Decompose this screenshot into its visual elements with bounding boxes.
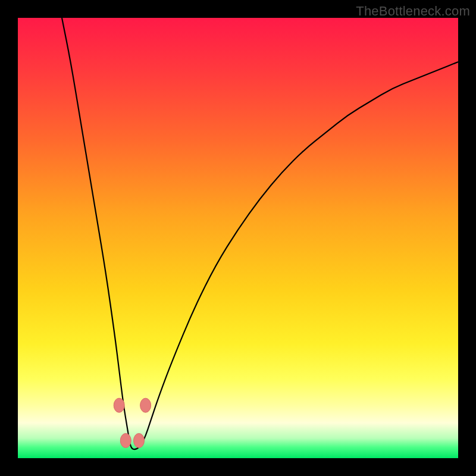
- watermark-text: TheBottleneck.com: [356, 4, 470, 19]
- bottleneck-curve: [62, 18, 458, 449]
- curve-layer: [18, 18, 458, 458]
- outer-frame: TheBottleneck.com: [0, 0, 476, 476]
- plot-area: [18, 18, 458, 458]
- curve-marker: [140, 398, 151, 412]
- curve-markers: [114, 398, 151, 447]
- curve-marker: [134, 433, 145, 447]
- curve-marker: [114, 398, 124, 412]
- curve-marker: [120, 433, 131, 447]
